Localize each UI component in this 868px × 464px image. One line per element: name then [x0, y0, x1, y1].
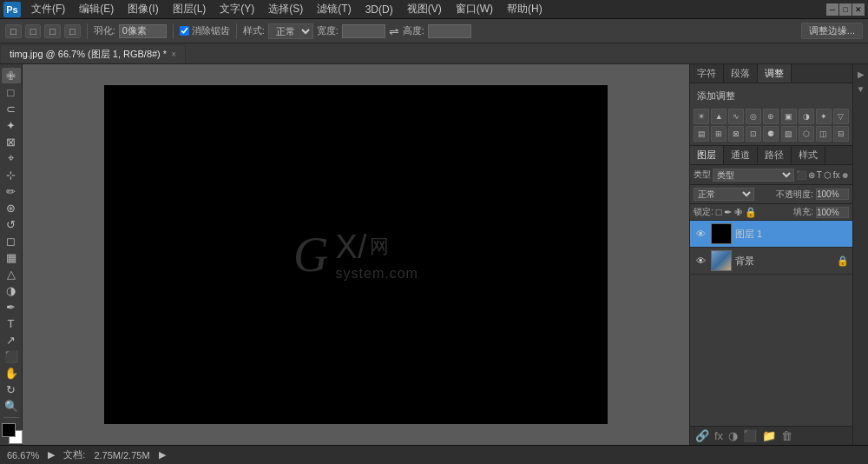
status-arrow-2[interactable]: ▶ [159, 449, 166, 461]
anti-alias-checkbox[interactable] [180, 26, 189, 36]
menu-item-image[interactable]: 图像(I) [121, 0, 165, 18]
crop-tool[interactable]: ⊠ [2, 134, 21, 149]
mini-panel-collapse[interactable]: ▶ [855, 68, 867, 80]
lock-all-icon[interactable]: 🔒 [745, 207, 757, 218]
menu-item-select[interactable]: 选择(S) [261, 0, 310, 18]
adj-spare2[interactable]: ⊟ [833, 126, 849, 142]
type-tool[interactable]: T [2, 316, 21, 332]
style-select[interactable]: 正常 [268, 23, 313, 39]
rect-marquee-btn[interactable]: □ [25, 24, 42, 38]
adj-gradient-map[interactable]: ▧ [781, 126, 797, 142]
swap-icon[interactable]: ⇌ [389, 24, 399, 38]
window-close-button[interactable]: ✕ [852, 3, 865, 16]
height-input[interactable] [428, 24, 471, 38]
layer-row[interactable]: 👁 背景 🔒 [690, 248, 852, 275]
adj-channel-mixer[interactable]: ▤ [694, 126, 709, 142]
adj-exposure[interactable]: ◎ [746, 109, 761, 124]
menu-item-window[interactable]: 窗口(W) [449, 0, 500, 18]
menu-item-layer[interactable]: 图层(L) [166, 0, 214, 18]
width-input[interactable] [342, 24, 385, 38]
document-tab[interactable]: timg.jpg @ 66.7% (图层 1, RGB/8#) * × [0, 44, 186, 63]
menu-item-text[interactable]: 文字(Y) [213, 0, 261, 18]
menu-item-file[interactable]: 文件(F) [24, 0, 72, 18]
lock-position-icon[interactable]: ✙ [734, 207, 742, 218]
healing-tool[interactable]: ⊹ [2, 167, 21, 182]
menu-item-edit[interactable]: 编辑(E) [72, 0, 121, 18]
filter-smart-icon[interactable]: fx [833, 170, 840, 180]
adjust-edges-button[interactable]: 调整边缘... [801, 23, 863, 39]
layer-group-icon[interactable]: 📁 [762, 429, 776, 442]
adj-invert[interactable]: ⊠ [728, 126, 744, 142]
menu-item-help[interactable]: 帮助(H) [500, 0, 549, 18]
filter-toggle[interactable]: ● [842, 168, 849, 182]
fill-input[interactable] [816, 207, 849, 218]
marquee-tool[interactable]: □ [2, 84, 21, 100]
history-brush-tool[interactable]: ↺ [2, 216, 21, 232]
adj-color-lookup[interactable]: ⊞ [711, 126, 727, 142]
status-arrow-1[interactable]: ▶ [48, 449, 55, 461]
layer-row[interactable]: 👁 图层 1 [690, 221, 852, 248]
adj-spare1[interactable]: ◫ [816, 126, 832, 142]
single-row-btn[interactable]: □ [64, 24, 81, 38]
adj-posterize[interactable]: ⊡ [746, 126, 761, 142]
layers-tab-styles[interactable]: 样式 [792, 146, 825, 164]
rotate-view-tool[interactable]: ↻ [2, 382, 21, 398]
layers-tab-channels[interactable]: 通道 [724, 146, 758, 164]
color-picker[interactable] [2, 423, 21, 441]
filter-type-icon[interactable]: T [817, 170, 822, 180]
tool-preset-btn[interactable]: □ [5, 24, 22, 38]
layer-visibility-toggle[interactable]: 👁 [694, 254, 707, 268]
opacity-input[interactable] [816, 189, 849, 200]
ellip-marquee-btn[interactable]: □ [44, 24, 61, 38]
panel-tab-adjustments[interactable]: 调整 [758, 64, 792, 83]
lock-transparent-icon[interactable]: □ [716, 207, 722, 218]
menu-item-filter[interactable]: 滤镜(T) [310, 0, 358, 18]
adj-vibrance[interactable]: ⊛ [763, 109, 779, 124]
move-tool[interactable]: ✙ [2, 68, 21, 83]
foreground-color[interactable] [2, 423, 16, 437]
zoom-tool[interactable]: 🔍 [2, 399, 21, 414]
path-select-tool[interactable]: ↗ [2, 333, 21, 348]
lock-image-icon[interactable]: ✒ [724, 207, 732, 218]
adj-selective-color[interactable]: ⬡ [799, 126, 814, 142]
adj-bw[interactable]: ✦ [816, 109, 832, 124]
brush-tool[interactable]: ✏ [2, 183, 21, 199]
adj-curves[interactable]: ∿ [728, 109, 744, 124]
menu-item-view[interactable]: 视图(V) [400, 0, 449, 18]
filter-adjust-icon[interactable]: ⊛ [808, 170, 815, 180]
document-tab-close[interactable]: × [171, 50, 176, 59]
eraser-tool[interactable]: ◻ [2, 233, 21, 249]
layer-mask-icon[interactable]: ◑ [728, 429, 738, 442]
window-maximize-button[interactable]: □ [839, 3, 852, 16]
pen-tool[interactable]: ✒ [2, 300, 21, 315]
menu-item-3d[interactable]: 3D(D) [358, 2, 400, 17]
gradient-tool[interactable]: ▦ [2, 250, 21, 266]
filter-shape-icon[interactable]: ⬡ [824, 170, 832, 180]
panel-tab-character[interactable]: 字符 [690, 64, 724, 83]
clone-stamp-tool[interactable]: ⊛ [2, 200, 21, 215]
adj-brightness[interactable]: ☀ [694, 109, 709, 124]
eyedropper-tool[interactable]: ⌖ [2, 150, 21, 166]
layer-fx-icon[interactable]: fx [714, 429, 723, 442]
window-minimize-button[interactable]: ─ [826, 3, 838, 16]
layers-tab-paths[interactable]: 路径 [758, 146, 792, 164]
adj-threshold[interactable]: ⚈ [763, 126, 779, 142]
feather-input[interactable] [119, 24, 167, 38]
adj-photo-filter[interactable]: ▽ [833, 109, 849, 124]
layer-link-icon[interactable]: 🔗 [695, 429, 709, 442]
layers-tab-layers[interactable]: 图层 [690, 146, 724, 164]
hand-tool[interactable]: ✋ [2, 366, 21, 381]
filter-select[interactable]: 类型 [713, 169, 794, 182]
layer-delete-icon[interactable]: 🗑 [781, 429, 792, 442]
adj-color-balance[interactable]: ◑ [799, 109, 814, 124]
filter-pixel-icon[interactable]: ⬛ [796, 170, 806, 180]
blend-mode-select[interactable]: 正常 [694, 188, 754, 201]
layer-adjustment-icon[interactable]: ⬛ [743, 429, 757, 442]
quick-select-tool[interactable]: ✦ [2, 117, 21, 133]
blur-tool[interactable]: △ [2, 267, 21, 282]
panel-tab-paragraph[interactable]: 段落 [724, 64, 758, 83]
shape-tool[interactable]: ⬛ [2, 349, 21, 365]
layer-visibility-toggle[interactable]: 👁 [694, 227, 707, 241]
adj-levels[interactable]: ▲ [711, 109, 727, 124]
adj-hsl[interactable]: ▣ [781, 109, 797, 124]
